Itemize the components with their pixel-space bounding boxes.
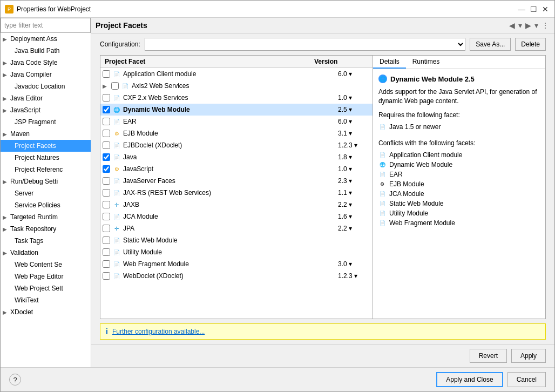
filter-input[interactable] <box>1 18 91 33</box>
facet-checkbox[interactable] <box>103 213 110 220</box>
sidebar-item-web-content[interactable]: Web Content Se <box>1 259 91 271</box>
facet-version: 3.1 ▾ <box>338 130 370 137</box>
facet-version: 1.0 ▾ <box>338 94 370 102</box>
table-row[interactable]: 📄 Web Fragment Module 3.0 ▾ <box>100 258 373 270</box>
sidebar-item-javadoc[interactable]: Javadoc Location <box>1 80 91 92</box>
facet-checkbox[interactable] <box>103 272 110 280</box>
gear-icon: ⚙ <box>112 165 121 173</box>
table-row[interactable]: 📄 EAR 6.0 ▾ <box>100 116 373 127</box>
tab-runtimes[interactable]: Runtimes <box>406 56 446 69</box>
facet-checkbox[interactable] <box>103 141 110 149</box>
sidebar-item-validation[interactable]: ▶ Validation <box>1 247 91 259</box>
table-row[interactable]: 📄 WebDoclet (XDoclet) 1.2.3 ▾ <box>100 270 373 282</box>
table-row[interactable]: 📄 JavaServer Faces 2.3 ▾ <box>100 175 373 187</box>
help-button[interactable]: ? <box>9 374 21 386</box>
further-config-link[interactable]: Further configuration available... <box>112 328 205 335</box>
expand-icon: ▶ <box>103 83 111 89</box>
sidebar-item-project-natures[interactable]: Project Natures <box>1 152 91 164</box>
facet-name: Java <box>123 153 338 161</box>
content-area: Project Facet Version 📄 Application Clie… <box>91 55 554 323</box>
revert-button[interactable]: Revert <box>470 349 507 363</box>
facet-checkbox[interactable] <box>103 130 110 137</box>
cancel-button[interactable]: Cancel <box>507 372 546 387</box>
back-button[interactable]: ◀ <box>508 20 516 31</box>
facet-checkbox[interactable] <box>103 94 110 102</box>
facet-checkbox[interactable] <box>103 165 110 173</box>
sidebar-item-java-editor[interactable]: ▶ Java Editor <box>1 92 91 104</box>
sidebar-item-run-debug[interactable]: ▶ Run/Debug Setti <box>1 175 91 187</box>
sidebar-item-server[interactable]: Server <box>1 187 91 199</box>
save-as-button[interactable]: Save As... <box>470 38 511 51</box>
facet-name: JavaServer Faces <box>123 177 338 185</box>
sidebar-item-targeted-runtime[interactable]: ▶ Targeted Runtim <box>1 211 91 223</box>
table-row[interactable]: ✛ JAXB 2.2 ▾ <box>100 199 373 211</box>
table-row[interactable]: 📄 Application Client module 6.0 ▾ <box>100 68 373 80</box>
sidebar-item-javascript[interactable]: ▶ JavaScript <box>1 104 91 116</box>
sidebar-item-maven[interactable]: ▶ Maven <box>1 128 91 140</box>
nav-dropdown-button[interactable]: ▾ <box>517 20 523 31</box>
table-row[interactable]: 📄 Java 1.8 ▾ <box>100 151 373 163</box>
sidebar-item-service-policies[interactable]: Service Policies <box>1 199 91 211</box>
facets-list: 📄 Application Client module 6.0 ▾ ▶ 📄 Ax… <box>100 68 373 319</box>
config-select[interactable] <box>145 38 466 51</box>
facet-version: 6.0 ▾ <box>338 118 370 125</box>
facet-checkbox[interactable] <box>103 236 110 244</box>
table-row[interactable]: ▶ 📄 Axis2 Web Services <box>100 80 373 92</box>
sidebar-item-deployment[interactable]: ▶ Deployment Ass <box>1 33 91 45</box>
table-row[interactable]: 📄 Static Web Module <box>100 234 373 246</box>
facet-checkbox[interactable] <box>103 225 110 232</box>
sidebar-item-wikitext[interactable]: WikiText <box>1 294 91 306</box>
facet-version: 1.8 ▾ <box>338 153 370 161</box>
nav-dropdown-button2[interactable]: ▾ <box>533 20 539 31</box>
facet-checkbox[interactable] <box>103 248 110 256</box>
sidebar-item-label: WikiText <box>15 296 39 304</box>
sidebar-item-java-code-style[interactable]: ▶ Java Code Style <box>1 57 91 69</box>
sidebar-item-label: Java Code Style <box>10 59 57 66</box>
table-row[interactable]: ⚙ JavaScript 1.0 ▾ <box>100 163 373 175</box>
doc-icon: 📄 <box>378 190 386 198</box>
more-button[interactable]: ⋮ <box>540 20 550 31</box>
facet-checkbox[interactable] <box>103 201 110 208</box>
sidebar-item-web-page-editor[interactable]: Web Page Editor <box>1 271 91 282</box>
close-button[interactable]: ✕ <box>540 4 550 14</box>
sidebar-item-xdoclet[interactable]: ▶ XDoclet <box>1 306 91 318</box>
doc-icon: 📄 <box>112 117 121 126</box>
tab-details[interactable]: Details <box>373 56 406 69</box>
sidebar-item-task-tags[interactable]: Task Tags <box>1 235 91 247</box>
table-row[interactable]: 🌐 Dynamic Web Module 2.5 ▾ <box>100 104 373 116</box>
table-row[interactable]: 📄 EJBDoclet (XDoclet) 1.2.3 ▾ <box>100 139 373 151</box>
table-row[interactable]: ⚙ EJB Module 3.1 ▾ <box>100 127 373 139</box>
facet-checkbox[interactable] <box>103 153 110 161</box>
facet-checkbox[interactable] <box>103 189 110 197</box>
sidebar-item-java-build-path[interactable]: Java Build Path <box>1 45 91 57</box>
table-row[interactable]: 📄 CXF 2.x Web Services 1.0 ▾ <box>100 92 373 104</box>
facet-checkbox[interactable] <box>103 70 110 78</box>
facet-checkbox[interactable] <box>103 177 110 185</box>
forward-button[interactable]: ▶ <box>524 20 532 31</box>
facet-name: Web Fragment Module <box>123 260 338 268</box>
minimize-button[interactable]: — <box>517 4 526 14</box>
sidebar-item-jsp[interactable]: JSP Fragment <box>1 116 91 128</box>
details-description: Adds support for the Java Servlet API, f… <box>378 87 540 106</box>
facet-checkbox[interactable] <box>111 82 119 90</box>
table-row[interactable]: 📄 JAX-RS (REST Web Services) 1.1 ▾ <box>100 187 373 199</box>
facet-checkbox[interactable] <box>103 118 110 125</box>
sidebar-item-java-compiler[interactable]: ▶ Java Compiler <box>1 69 91 80</box>
facet-checkbox[interactable] <box>103 260 110 268</box>
sidebar-item-web-project-settings[interactable]: Web Project Sett <box>1 282 91 294</box>
expand-arrow: ▶ <box>3 309 8 315</box>
maximize-button[interactable]: ☐ <box>529 4 538 14</box>
delete-button[interactable]: Delete <box>515 38 546 51</box>
facet-col-header: Project Facet <box>105 58 314 65</box>
sidebar-item-project-references[interactable]: Project Referenc <box>1 164 91 175</box>
apply-button[interactable]: Apply <box>511 349 546 363</box>
apply-and-close-button[interactable]: Apply and Close <box>436 372 503 387</box>
table-row[interactable]: 📄 Utility Module <box>100 246 373 258</box>
table-row[interactable]: ✛ JPA 2.2 ▾ <box>100 222 373 234</box>
table-row[interactable]: 📄 JCA Module 1.6 ▾ <box>100 211 373 222</box>
sidebar-item-project-facets[interactable]: Project Facets <box>1 140 91 152</box>
requires-label: Requires the following facet: <box>378 111 540 119</box>
doc-icon: 📄 <box>112 70 121 78</box>
facet-checkbox[interactable] <box>103 106 110 113</box>
sidebar-item-task-repository[interactable]: ▶ Task Repository <box>1 223 91 235</box>
